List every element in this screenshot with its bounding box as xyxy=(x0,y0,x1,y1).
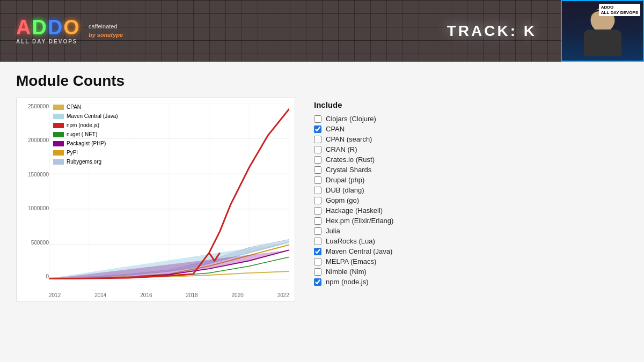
track-label: TRACK: K xyxy=(447,23,537,40)
legend-npm: npm (node.js) xyxy=(53,121,118,130)
addo-letter-d2: D xyxy=(48,16,63,39)
checkbox-item-julia[interactable]: Julia xyxy=(314,227,625,235)
all-day-devops-label: ALL DAY DEVOPS xyxy=(16,39,78,45)
checkbox-nimble[interactable] xyxy=(314,268,321,276)
checkbox-maven[interactable] xyxy=(314,248,321,255)
y-label-0: 0 xyxy=(19,274,49,279)
checkbox-item-crystal[interactable]: Crystal Shards xyxy=(314,166,625,174)
addo-letter-o: O xyxy=(63,16,80,39)
legend-label-pypi: PyPI xyxy=(67,148,78,157)
checkbox-label-cpan[interactable]: CPAN xyxy=(326,125,345,133)
legend-color-rubygems xyxy=(53,159,64,165)
checkbox-label-npm[interactable]: npm (node.js) xyxy=(326,278,368,286)
checkbox-item-drupal[interactable]: Drupal (php) xyxy=(314,176,625,184)
checkbox-label-hex[interactable]: Hex.pm (Elixir/Erlang) xyxy=(326,217,393,225)
checkbox-label-cran[interactable]: CRAN (R) xyxy=(326,145,357,153)
checkbox-dub[interactable] xyxy=(314,187,321,194)
legend-color-cpan xyxy=(53,105,64,110)
x-axis-labels: 2012 2014 2016 2018 2020 2022 xyxy=(49,292,289,298)
checkbox-drupal[interactable] xyxy=(314,176,321,184)
legend-label-npm: npm (node.js) xyxy=(67,121,99,130)
person-body xyxy=(584,29,621,56)
checkbox-luarocks[interactable] xyxy=(314,238,321,245)
checkbox-label-melpa[interactable]: MELPA (Emacs) xyxy=(326,257,376,265)
checkbox-item-maven[interactable]: Maven Central (Java) xyxy=(314,247,625,255)
checkbox-hex[interactable] xyxy=(314,217,321,225)
checkbox-gopm[interactable] xyxy=(314,197,321,204)
checkbox-item-crates[interactable]: Crates.io (Rust) xyxy=(314,156,625,164)
addo-small-logo: ADDOALL DAY DEVOPS xyxy=(599,4,640,16)
legend-nuget: nuget (.NET) xyxy=(53,130,118,139)
y-label-1000000: 1000000 xyxy=(19,205,49,211)
checkbox-item-gopm[interactable]: Gopm (go) xyxy=(314,196,625,204)
legend-color-npm xyxy=(53,123,64,128)
checkbox-item-clojars[interactable]: Clojars (Clojure) xyxy=(314,115,625,123)
chart-container: 2500000 2000000 1500000 1000000 500000 0 xyxy=(16,98,295,301)
caffeinated-label: caffeinated by sonatype xyxy=(89,23,123,39)
checkbox-label-crystal[interactable]: Crystal Shards xyxy=(326,166,371,174)
checkbox-npm[interactable] xyxy=(314,278,321,286)
legend-maven: Maven Central (Java) xyxy=(53,112,118,121)
checkbox-label-maven[interactable]: Maven Central (Java) xyxy=(326,247,392,255)
legend-color-packagist xyxy=(53,141,64,146)
checkbox-label-julia[interactable]: Julia xyxy=(326,227,340,235)
x-label-2022: 2022 xyxy=(277,292,289,298)
x-label-2012: 2012 xyxy=(49,292,61,298)
checkbox-cpan[interactable] xyxy=(314,125,321,133)
checkbox-item-nimble[interactable]: Nimble (Nim) xyxy=(314,268,625,276)
x-label-2016: 2016 xyxy=(140,292,152,298)
checkbox-item-luarocks[interactable]: LuaRocks (Lua) xyxy=(314,237,625,245)
checkbox-cran[interactable] xyxy=(314,146,321,153)
legend-cpan: CPAN xyxy=(53,102,118,112)
checkbox-cpan-search[interactable] xyxy=(314,136,321,143)
legend-pypi: PyPI xyxy=(53,148,118,157)
addo-letter-d1: D xyxy=(32,16,47,39)
x-label-2020: 2020 xyxy=(232,292,244,298)
checkbox-item-npm[interactable]: npm (node.js) xyxy=(314,278,625,286)
tagline-line2: by sonatype xyxy=(89,31,123,39)
checkbox-clojars[interactable] xyxy=(314,115,321,123)
checkbox-label-gopm[interactable]: Gopm (go) xyxy=(326,196,359,204)
checkbox-crystal[interactable] xyxy=(314,166,321,174)
checkbox-hackage[interactable] xyxy=(314,207,321,215)
checkbox-item-cran[interactable]: CRAN (R) xyxy=(314,145,625,153)
addo-logo: ADDO ALL DAY DEVOPS xyxy=(16,17,80,45)
y-axis-labels: 2500000 2000000 1500000 1000000 500000 0 xyxy=(19,104,49,279)
x-label-2018: 2018 xyxy=(186,292,197,298)
y-label-2000000: 2000000 xyxy=(19,137,49,143)
checkbox-item-hackage[interactable]: Hackage (Haskell) xyxy=(314,206,625,215)
include-label: Include xyxy=(314,100,625,109)
checkbox-list: Clojars (Clojure) CPAN CPAN (search) CRA… xyxy=(314,115,625,286)
checkbox-item-hex[interactable]: Hex.pm (Elixir/Erlang) xyxy=(314,217,625,225)
legend-color-pypi xyxy=(53,150,64,156)
checkbox-item-cpan-search[interactable]: CPAN (search) xyxy=(314,135,625,143)
legend-label-nuget: nuget (.NET) xyxy=(67,130,97,139)
checkbox-item-melpa[interactable]: MELPA (Emacs) xyxy=(314,257,625,265)
checkbox-julia[interactable] xyxy=(314,227,321,235)
checkbox-label-crates[interactable]: Crates.io (Rust) xyxy=(326,156,375,164)
y-label-500000: 500000 xyxy=(19,240,49,246)
checkbox-crates[interactable] xyxy=(314,156,321,164)
legend-color-maven xyxy=(53,114,64,119)
addo-letter-a: A xyxy=(16,16,32,39)
webcam-area: ADDOALL DAY DEVOPS xyxy=(561,0,644,62)
legend-label-cpan: CPAN xyxy=(67,102,81,112)
legend-label-rubygems: Rubygems.org xyxy=(67,157,101,166)
tagline-line1: caffeinated xyxy=(89,23,123,31)
legend-color-nuget xyxy=(53,132,64,137)
header: ADDO ALL DAY DEVOPS caffeinated by sonat… xyxy=(0,0,644,62)
checkbox-label-clojars[interactable]: Clojars (Clojure) xyxy=(326,115,376,123)
x-label-2014: 2014 xyxy=(94,292,106,298)
checkbox-label-drupal[interactable]: Drupal (php) xyxy=(326,176,364,184)
checkbox-panel: Include Clojars (Clojure) CPAN CPAN (sea… xyxy=(311,98,628,351)
checkbox-item-dub[interactable]: DUB (dlang) xyxy=(314,186,625,194)
checkbox-label-dub[interactable]: DUB (dlang) xyxy=(326,186,364,194)
checkbox-label-nimble[interactable]: Nimble (Nim) xyxy=(326,268,367,276)
checkbox-label-luarocks[interactable]: LuaRocks (Lua) xyxy=(326,237,375,245)
checkbox-label-hackage[interactable]: Hackage (Haskell) xyxy=(326,206,383,215)
checkbox-melpa[interactable] xyxy=(314,258,321,265)
legend-label-packagist: Packagist (PHP) xyxy=(67,139,106,148)
checkbox-item-cpan[interactable]: CPAN xyxy=(314,125,625,133)
chart-legend: CPAN Maven Central (Java) npm (node.js) … xyxy=(53,102,118,166)
checkbox-label-cpan-search[interactable]: CPAN (search) xyxy=(326,135,372,143)
